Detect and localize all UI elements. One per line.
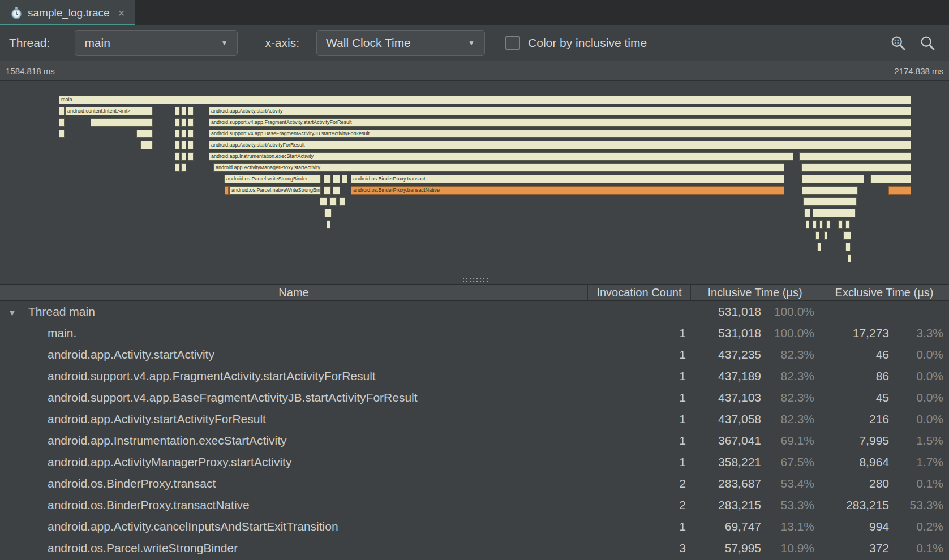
search-button[interactable] <box>918 34 937 52</box>
flame-bar[interactable]: android.app.ActivityManagerProxy.startAc… <box>213 163 784 172</box>
flame-bar[interactable] <box>181 107 186 115</box>
flame-bar[interactable] <box>327 220 330 229</box>
thread-label: Thread: <box>9 36 50 50</box>
flame-bar[interactable]: android.os.BinderProxy.transact <box>351 175 784 183</box>
method-name-cell: android.app.Activity.startActivityForRes… <box>0 412 587 426</box>
flame-bar[interactable] <box>819 220 823 229</box>
flame-bar[interactable] <box>815 231 819 240</box>
flame-bar[interactable] <box>188 130 194 138</box>
flame-bar[interactable] <box>175 163 180 172</box>
thread-dropdown[interactable]: main ▼ <box>75 30 238 56</box>
method-name: android.support.v4.app.FragmentActivity.… <box>48 369 376 382</box>
xaxis-dropdown[interactable]: Wall Clock Time ▼ <box>316 30 485 56</box>
flame-bar[interactable]: android.os.BinderProxy.transactNative <box>351 186 784 195</box>
table-row[interactable]: android.app.Activity.startActivityForRes… <box>0 408 949 430</box>
flame-bar[interactable] <box>803 197 857 206</box>
thread-dropdown-value: main <box>75 31 211 55</box>
flame-bar[interactable] <box>339 197 345 206</box>
table-row[interactable]: android.os.BinderProxy.transactNative 2 … <box>0 494 949 516</box>
flame-bar[interactable] <box>59 107 65 115</box>
flame-bar[interactable] <box>181 130 186 138</box>
table-row[interactable]: android.os.BinderProxy.transact 2 283,68… <box>0 473 949 494</box>
tab-close-icon[interactable]: × <box>118 7 125 19</box>
flame-bar[interactable] <box>324 186 331 195</box>
flame-bar[interactable]: main. <box>59 96 911 104</box>
flame-bar[interactable] <box>175 141 180 149</box>
flame-bar[interactable] <box>59 130 65 138</box>
flame-bar[interactable] <box>813 220 817 229</box>
flame-bar[interactable]: android.os.Parcel.nativeWriteStrongBinde… <box>229 186 321 195</box>
tab-sample-log-trace[interactable]: sample_log.trace × <box>0 0 135 25</box>
color-by-inclusive-checkbox[interactable] <box>505 36 520 50</box>
flame-bar[interactable] <box>324 209 332 217</box>
flame-bar[interactable] <box>804 209 810 217</box>
flame-bar[interactable] <box>188 141 194 149</box>
exclusive-time-cell: 994 <box>819 520 890 533</box>
flame-bar[interactable] <box>333 186 340 195</box>
flame-bar[interactable] <box>845 243 851 251</box>
flame-bar[interactable] <box>806 220 809 229</box>
method-name-cell: android.support.v4.app.BaseFragmentActiv… <box>0 391 587 404</box>
flame-bar[interactable] <box>91 118 153 127</box>
flame-bar[interactable]: android.app.Activity.startActivity <box>209 107 911 115</box>
flame-bar[interactable] <box>838 220 843 229</box>
flame-bar[interactable] <box>329 197 337 206</box>
flame-bar[interactable] <box>870 175 911 183</box>
flame-bar[interactable] <box>845 220 850 229</box>
column-header-invocation-count[interactable]: Invocation Count <box>587 285 690 300</box>
flame-bar[interactable] <box>333 175 340 183</box>
table-row[interactable]: android.app.ActivityManagerProxy.startAc… <box>0 451 949 473</box>
table-row[interactable]: main. 1 531,018 100.0% 17,273 3.3% <box>0 322 949 344</box>
flame-bar[interactable] <box>799 152 911 161</box>
expander-icon[interactable]: ▼ <box>8 308 18 317</box>
flame-bar[interactable] <box>824 231 827 240</box>
flame-bar[interactable] <box>843 231 851 240</box>
flame-bar[interactable] <box>320 197 327 206</box>
table-row[interactable]: android.app.Instrumentation.execStartAct… <box>0 430 949 451</box>
flame-bar[interactable] <box>181 141 186 149</box>
table-row[interactable]: android.support.v4.app.FragmentActivity.… <box>0 365 949 387</box>
flame-bar[interactable] <box>181 163 186 172</box>
flame-bar[interactable] <box>802 175 864 183</box>
column-header-inclusive-time[interactable]: Inclusive Time (µs) <box>690 285 819 300</box>
flame-bar[interactable] <box>175 118 180 127</box>
table-row[interactable]: ▼Thread main 531,018 100.0% <box>0 301 949 322</box>
table-row[interactable]: android.app.Activity.cancelInputsAndStar… <box>0 516 949 537</box>
flame-bar[interactable] <box>342 175 347 183</box>
table-row[interactable]: android.os.Parcel.writeStrongBinder 3 57… <box>0 537 949 559</box>
table-row[interactable]: android.app.Activity.startActivity 1 437… <box>0 344 949 365</box>
flame-bar[interactable]: android.content.Intent.<init> <box>65 107 153 115</box>
flame-bar[interactable]: android.support.v4.app.FragmentActivity.… <box>209 118 911 127</box>
flame-bar[interactable] <box>826 220 830 229</box>
flame-bar[interactable] <box>801 163 911 172</box>
flame-bar[interactable] <box>324 175 331 183</box>
flame-bar[interactable] <box>175 152 180 161</box>
flame-bar[interactable]: android.app.Activity.startActivityForRes… <box>209 141 911 149</box>
flame-bar[interactable] <box>136 130 153 138</box>
flame-bar[interactable] <box>140 141 153 149</box>
flame-bar[interactable] <box>225 186 229 195</box>
table-row[interactable]: android.support.v4.app.BaseFragmentActiv… <box>0 387 949 408</box>
flame-bar[interactable] <box>59 118 65 127</box>
flame-bar[interactable] <box>181 118 186 127</box>
flame-bar[interactable] <box>188 152 194 161</box>
column-header-exclusive-time[interactable]: Exclusive Time (µs) <box>819 285 949 300</box>
flame-bar[interactable]: android.support.v4.app.BaseFragmentActiv… <box>209 130 911 138</box>
flame-bar[interactable] <box>188 107 194 115</box>
flame-bar[interactable] <box>188 118 194 127</box>
flame-bar[interactable] <box>888 186 911 195</box>
column-header-name[interactable]: Name <box>0 285 587 300</box>
exclusive-percent-cell: 0.1% <box>890 541 949 555</box>
flame-bar[interactable]: android.os.Parcel.writeStrongBinder <box>224 175 321 183</box>
chart-table-splitter[interactable] <box>462 278 488 282</box>
exclusive-percent-cell: 1.5% <box>890 434 949 447</box>
flame-bar[interactable] <box>175 107 180 115</box>
flame-bar[interactable]: android.app.Instrumentation.execStartAct… <box>209 152 793 161</box>
flame-bar[interactable] <box>848 254 851 262</box>
zoom-fit-button[interactable] <box>889 34 907 52</box>
flame-bar[interactable] <box>802 186 858 195</box>
flame-bar[interactable] <box>813 209 856 217</box>
flame-bar[interactable] <box>175 130 180 138</box>
flame-bar[interactable] <box>817 243 821 251</box>
flame-bar[interactable] <box>181 152 186 161</box>
